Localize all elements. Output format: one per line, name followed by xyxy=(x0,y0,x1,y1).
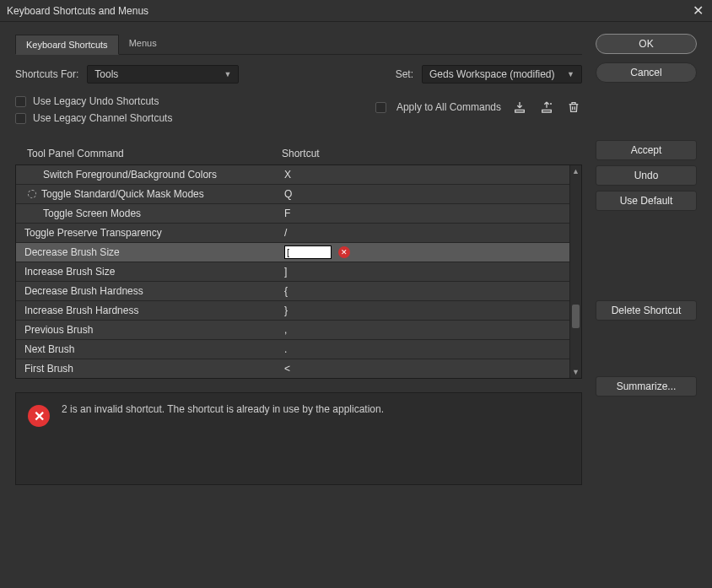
shortcut-text: Q xyxy=(284,188,292,200)
table-body: Switch Foreground/Background ColorsXTogg… xyxy=(16,165,569,378)
cell-command: Toggle Standard/Quick Mask Modes xyxy=(16,188,269,200)
top-options: Shortcuts For: Tools ▼ Use Legacy Undo S… xyxy=(15,65,582,124)
table-row[interactable]: Switch Foreground/Background ColorsX xyxy=(16,165,569,185)
cell-command: Switch Foreground/Background Colors xyxy=(16,169,269,181)
tab-bar: Keyboard Shortcuts Menus xyxy=(15,34,582,55)
window-title: Keyboard Shortcuts and Menus xyxy=(7,5,148,17)
cell-shortcut: F xyxy=(269,208,569,219)
scroll-down-icon[interactable]: ▼ xyxy=(570,366,581,378)
left-column: Keyboard Shortcuts Menus Shortcuts For: … xyxy=(15,34,582,573)
cell-shortcut: < xyxy=(269,363,569,375)
command-text: Decrease Brush Hardness xyxy=(24,285,143,297)
scrollbar[interactable]: ▲ ▼ xyxy=(569,165,581,378)
cell-shortcut: { xyxy=(269,285,569,297)
save-set-as-icon[interactable] xyxy=(538,99,555,116)
shortcuts-for-value: Tools xyxy=(94,68,118,80)
shortcuts-for-dropdown[interactable]: Tools ▼ xyxy=(87,65,239,84)
cell-shortcut: } xyxy=(269,305,569,316)
table-row[interactable]: Previous Brush, xyxy=(16,321,569,340)
accept-button[interactable]: Accept xyxy=(596,140,697,160)
command-text: Increase Brush Hardness xyxy=(24,305,138,316)
shortcut-text: } xyxy=(284,305,288,316)
tab-menus[interactable]: Menus xyxy=(119,34,167,54)
table-row[interactable]: Next Brush. xyxy=(16,340,569,359)
table-row[interactable]: Increase Brush Hardness} xyxy=(16,301,569,321)
command-text: Toggle Screen Modes xyxy=(43,208,141,219)
cell-command: Toggle Preserve Transparency xyxy=(16,227,269,239)
table-row[interactable]: Toggle Screen ModesF xyxy=(16,204,569,224)
command-text: Toggle Preserve Transparency xyxy=(24,227,162,239)
set-dropdown[interactable]: Geds Workspace (modified) ▼ xyxy=(422,65,582,84)
chevron-down-icon: ▼ xyxy=(567,70,574,78)
ok-button[interactable]: OK xyxy=(596,34,697,54)
save-set-icon[interactable] xyxy=(511,99,528,116)
cell-shortcut: ✕ xyxy=(269,245,569,259)
cell-command: Decrease Brush Size xyxy=(16,246,269,258)
shortcut-input[interactable] xyxy=(284,245,332,259)
apply-all-label: Apply to All Commands xyxy=(396,101,501,113)
command-text: Previous Brush xyxy=(24,324,93,336)
legacy-undo-checkbox[interactable] xyxy=(15,96,26,107)
table-row[interactable]: First Brush< xyxy=(16,359,569,378)
shortcut-text: F xyxy=(284,208,290,219)
table-row[interactable]: Toggle Standard/Quick Mask ModesQ xyxy=(16,185,569,204)
table-row[interactable]: Decrease Brush Hardness{ xyxy=(16,282,569,301)
cell-shortcut: / xyxy=(269,227,569,239)
mode-icon xyxy=(28,190,36,198)
use-default-button[interactable]: Use Default xyxy=(596,191,697,211)
table-row[interactable]: Decrease Brush Size✕ xyxy=(16,243,569,262)
error-icon: ✕ xyxy=(28,405,50,427)
command-text: Toggle Standard/Quick Mask Modes xyxy=(41,188,204,200)
header-shortcut: Shortcut xyxy=(272,148,579,159)
scroll-up-icon[interactable]: ▲ xyxy=(570,165,581,177)
command-text: Switch Foreground/Background Colors xyxy=(43,169,217,181)
cell-command: First Brush xyxy=(16,363,269,375)
dialog-body: Keyboard Shortcuts Menus Shortcuts For: … xyxy=(0,22,712,588)
shortcut-table: Tool Panel Command Shortcut Switch Foreg… xyxy=(15,143,582,379)
close-icon[interactable]: ✕ xyxy=(689,3,707,19)
cell-shortcut: , xyxy=(269,324,569,336)
shortcut-text: , xyxy=(284,324,287,336)
table-row[interactable]: Increase Brush Size] xyxy=(16,262,569,282)
command-text: First Brush xyxy=(24,363,73,375)
trash-icon[interactable] xyxy=(565,99,582,116)
right-column: OK Cancel Accept Undo Use Default Delete… xyxy=(596,34,697,573)
cell-shortcut: Q xyxy=(269,188,569,200)
command-text: Next Brush xyxy=(24,343,74,355)
cell-shortcut: X xyxy=(269,169,569,181)
shortcut-text: ] xyxy=(284,266,287,278)
table-header: Tool Panel Command Shortcut xyxy=(15,143,582,165)
tab-keyboard-shortcuts[interactable]: Keyboard Shortcuts xyxy=(15,35,119,55)
summarize-button[interactable]: Summarize... xyxy=(596,376,697,396)
legacy-undo-label: Use Legacy Undo Shortcuts xyxy=(33,95,159,107)
cell-shortcut: . xyxy=(269,343,569,355)
legacy-channel-checkbox[interactable] xyxy=(15,113,26,124)
error-panel: ✕ 2 is an invalid shortcut. The shortcut… xyxy=(15,392,582,485)
shortcut-text: < xyxy=(284,363,290,375)
cancel-button[interactable]: Cancel xyxy=(596,62,697,83)
shortcut-text: X xyxy=(284,169,291,181)
cell-command: Decrease Brush Hardness xyxy=(16,285,269,297)
clear-shortcut-icon[interactable]: ✕ xyxy=(338,246,350,258)
title-bar: Keyboard Shortcuts and Menus ✕ xyxy=(0,0,712,22)
scroll-thumb[interactable] xyxy=(572,305,580,328)
shortcut-text: . xyxy=(284,343,287,355)
table-row[interactable]: Toggle Preserve Transparency/ xyxy=(16,224,569,243)
legacy-channel-label: Use Legacy Channel Shortcuts xyxy=(33,112,172,124)
command-text: Decrease Brush Size xyxy=(24,246,120,258)
set-label: Set: xyxy=(396,68,413,80)
cell-shortcut: ] xyxy=(269,266,569,278)
undo-button[interactable]: Undo xyxy=(596,165,697,186)
shortcuts-for-label: Shortcuts For: xyxy=(15,68,78,80)
shortcut-text: / xyxy=(284,227,287,239)
delete-shortcut-button[interactable]: Delete Shortcut xyxy=(596,300,697,321)
cell-command: Increase Brush Hardness xyxy=(16,305,269,316)
cell-command: Next Brush xyxy=(16,343,269,355)
command-text: Increase Brush Size xyxy=(24,266,115,278)
cell-command: Increase Brush Size xyxy=(16,266,269,278)
apply-all-checkbox[interactable] xyxy=(375,102,386,113)
error-text: 2 is an invalid shortcut. The shortcut i… xyxy=(62,403,384,474)
shortcut-text: { xyxy=(284,285,288,297)
set-value: Geds Workspace (modified) xyxy=(429,68,555,80)
header-command: Tool Panel Command xyxy=(19,148,272,159)
